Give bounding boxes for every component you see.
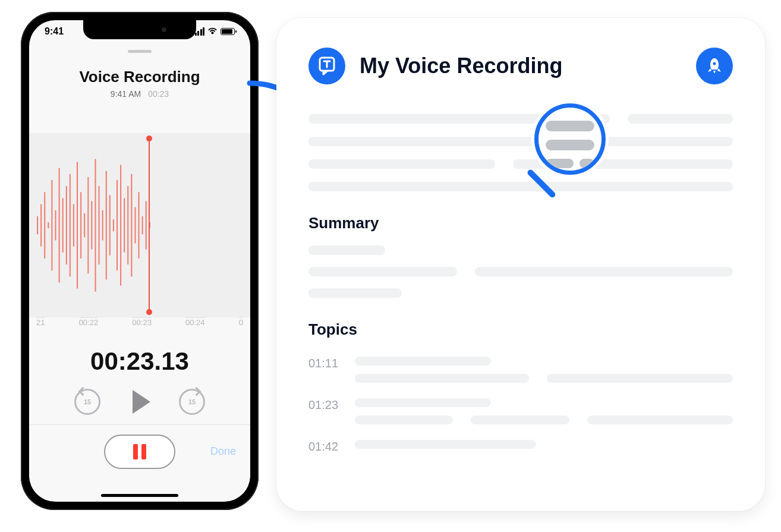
card-header: My Voice Recording [308,48,733,84]
topic-timestamp: 01:42 [308,440,341,454]
waveform-area[interactable] [29,133,250,317]
home-indicator[interactable] [101,494,178,497]
topic-content [355,398,733,424]
timeline-ruler: 21 00:22 00:23 00:24 0 [29,317,250,335]
done-button[interactable]: Done [210,445,236,458]
topic-content [355,357,733,383]
phone-screen: 9:41 Voice Recording 9:41 AM 00:23 [29,20,250,502]
ruler-tick: 21 [36,317,45,335]
play-button[interactable] [133,390,150,414]
topic-row[interactable]: 01:23 [308,398,733,424]
skeleton-line [308,159,495,169]
skip-back-button[interactable]: 15 [74,389,100,415]
summary-block [308,245,733,298]
magnifier-icon [534,103,606,175]
waveform-icon [35,144,250,307]
ruler-tick: 00:22 [79,317,99,335]
skeleton-line [308,245,385,255]
phone-frame: 9:41 Voice Recording 9:41 AM 00:23 [21,12,259,510]
phone-notch [83,20,196,39]
skeleton-line [628,114,733,124]
skip-forward-button[interactable]: 15 [179,389,205,415]
topics-heading: Topics [308,320,733,339]
elapsed-time: 00:23.13 [29,347,250,376]
status-time: 9:41 [45,26,64,37]
transcript-card: My Voice Recording Summary Topics [276,18,765,511]
topic-content [355,440,733,449]
skeleton-line [471,415,569,424]
topic-timestamp: 01:11 [308,357,341,370]
sheet-grab-handle[interactable] [128,50,152,53]
battery-icon [221,28,235,35]
wifi-icon [207,26,218,37]
topic-row[interactable]: 01:42 [308,440,733,454]
playhead-indicator[interactable] [149,137,150,314]
skeleton-line [355,398,491,407]
ruler-tick: 00:24 [185,317,205,335]
pause-icon [141,444,146,459]
ruler-tick: 00:23 [132,317,152,335]
skeleton-line [355,374,529,383]
skeleton-line [587,415,733,424]
skeleton-line [475,267,733,276]
topic-row[interactable]: 01:11 [308,357,733,383]
topics-list: 01:11 01:23 01:42 [308,357,733,454]
topic-timestamp: 01:23 [308,398,341,412]
recording-duration: 00:23 [148,89,169,99]
svg-point-33 [713,62,716,65]
recording-start-time: 9:41 AM [111,89,141,99]
rocket-icon [705,56,724,75]
skeleton-line [308,288,402,298]
rocket-button[interactable] [696,48,733,84]
pause-icon [133,444,138,459]
recording-title: Voice Recording [29,68,250,86]
skeleton-line [308,137,733,146]
transcript-preview [308,114,733,191]
skeleton-line [355,357,491,366]
app-logo-icon [308,48,345,84]
summary-heading: Summary [308,214,733,232]
skeleton-line [355,415,453,424]
bottom-toolbar: Done [29,424,250,478]
skeleton-line [547,374,733,383]
playback-controls: 15 15 [29,389,250,415]
pause-button[interactable] [104,435,175,469]
skeleton-line [308,267,457,276]
recording-subtitle: 9:41 AM 00:23 [29,89,250,99]
card-title: My Voice Recording [360,53,562,78]
status-indicators [195,26,235,37]
skeleton-line [308,182,733,191]
skeleton-line [355,440,536,449]
ruler-tick: 0 [239,317,243,335]
